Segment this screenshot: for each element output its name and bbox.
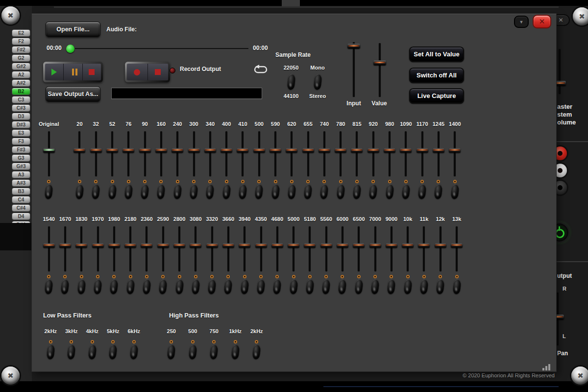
filter-toggle-knob[interactable] [46,344,55,359]
slider-thumb[interactable] [435,243,446,247]
eq-band-slider[interactable] [202,131,218,176]
band-toggle-knob[interactable] [271,184,280,199]
band-toggle-knob[interactable] [77,279,86,294]
eq-band-slider[interactable] [318,226,334,271]
eq-band-slider[interactable] [365,131,381,176]
eq-band-slider[interactable] [41,226,57,271]
minimize-button[interactable]: ▼ [514,16,529,28]
band-toggle-knob[interactable] [419,279,428,294]
eq-band-slider[interactable] [398,131,414,176]
band-toggle-knob[interactable] [159,279,168,294]
live-capture-button[interactable]: Live Capture [409,88,464,103]
save-output-button[interactable]: Save Output As... [46,86,100,102]
eq-band-slider[interactable] [88,131,104,176]
sidebar-note[interactable]: A3 [12,171,30,178]
slider-thumb[interactable] [335,148,346,152]
band-toggle-knob[interactable] [173,184,182,199]
band-toggle-knob[interactable] [336,184,345,199]
sidebar-note[interactable]: D#3 [12,121,30,128]
eq-band-slider[interactable] [302,226,318,271]
sidebar-note[interactable]: B2 [12,88,30,95]
sidebar-note[interactable]: B3 [12,188,30,195]
slider-thumb[interactable] [74,148,85,152]
eq-band-slider[interactable] [414,131,430,176]
sidebar-note[interactable]: G#3 [12,163,30,170]
slider-thumb[interactable] [188,148,200,152]
sidebar-note[interactable]: A#3 [12,179,30,187]
band-toggle-knob[interactable] [418,184,427,199]
sidebar-note[interactable]: G3 [12,154,30,162]
band-toggle-knob[interactable] [352,184,361,199]
band-toggle-knob[interactable] [238,184,247,199]
slider-thumb[interactable] [400,148,412,152]
band-toggle-knob[interactable] [354,279,363,294]
slider-thumb[interactable] [288,243,299,247]
slider-thumb[interactable] [302,148,314,152]
eq-band-slider[interactable] [416,226,432,271]
sidebar-note[interactable]: E2 [12,29,30,37]
eq-band-slider[interactable] [121,131,137,176]
band-toggle-knob[interactable] [110,279,119,294]
sidebar-note[interactable]: C#4 [12,204,30,212]
band-toggle-knob[interactable] [287,184,296,199]
band-toggle-knob[interactable] [206,184,215,199]
band-toggle-knob[interactable] [256,279,265,294]
eq-band-slider[interactable] [430,131,446,176]
input-level-slider[interactable] [346,42,362,97]
slider-thumb[interactable] [173,243,185,247]
slider-thumb[interactable] [172,148,183,152]
slider-thumb[interactable] [92,243,104,247]
band-toggle-knob[interactable] [189,184,198,199]
sidebar-note[interactable]: C4 [12,196,30,203]
band-toggle-knob[interactable] [387,279,396,294]
filter-toggle-knob[interactable] [167,344,176,359]
band-toggle-knob[interactable] [322,279,331,294]
band-toggle-knob[interactable] [191,279,200,294]
sidebar-note[interactable]: E3 [12,129,30,137]
slider-thumb[interactable] [449,148,461,152]
band-toggle-knob[interactable] [240,279,249,294]
band-toggle-knob[interactable] [45,279,53,294]
set-all-to-value-button[interactable]: Set All to Value [409,47,464,62]
band-toggle-knob[interactable] [126,279,135,294]
band-toggle-knob[interactable] [75,184,84,199]
eq-band-slider[interactable] [383,226,399,271]
slider-thumb[interactable] [347,44,360,49]
sidebar-note[interactable]: A2 [12,71,30,78]
band-toggle-knob[interactable] [141,184,149,199]
slider-thumb[interactable] [373,60,386,65]
slider-thumb[interactable] [90,148,102,152]
band-toggle-knob[interactable] [142,279,151,294]
pause-button[interactable] [64,64,82,80]
slider-thumb[interactable] [75,243,87,247]
slider-thumb[interactable] [416,148,428,152]
eq-band-slider[interactable] [400,226,416,271]
eq-band-slider[interactable] [57,226,73,271]
value-level-slider[interactable] [372,43,388,97]
slider-thumb[interactable] [353,243,365,247]
band-toggle-knob[interactable] [436,279,445,294]
band-toggle-knob[interactable] [94,279,102,294]
stop-button[interactable] [83,64,101,80]
band-toggle-knob[interactable] [401,184,410,199]
eq-band-slider[interactable] [171,226,187,271]
filter-toggle-knob[interactable] [109,344,118,359]
eq-band-slider[interactable] [204,226,220,271]
slider-thumb[interactable] [157,243,169,247]
eq-band-slider[interactable] [253,226,269,271]
slider-thumb[interactable] [402,243,414,247]
eq-band-slider[interactable] [351,226,367,271]
eq-band-slider[interactable] [170,131,186,176]
eq-band-slider[interactable] [367,226,383,271]
sidebar-note[interactable]: D4 [12,213,30,220]
slider-thumb[interactable] [204,148,216,152]
filter-toggle-knob[interactable] [88,344,97,359]
slider-thumb[interactable] [139,148,151,152]
filter-toggle-knob[interactable] [188,344,197,359]
slider-thumb[interactable] [206,243,218,247]
eq-band-slider[interactable] [137,131,153,176]
filter-toggle-knob[interactable] [210,344,219,359]
slider-thumb[interactable] [239,243,250,247]
filter-toggle-knob[interactable] [231,344,240,359]
slider-thumb[interactable] [222,243,234,247]
